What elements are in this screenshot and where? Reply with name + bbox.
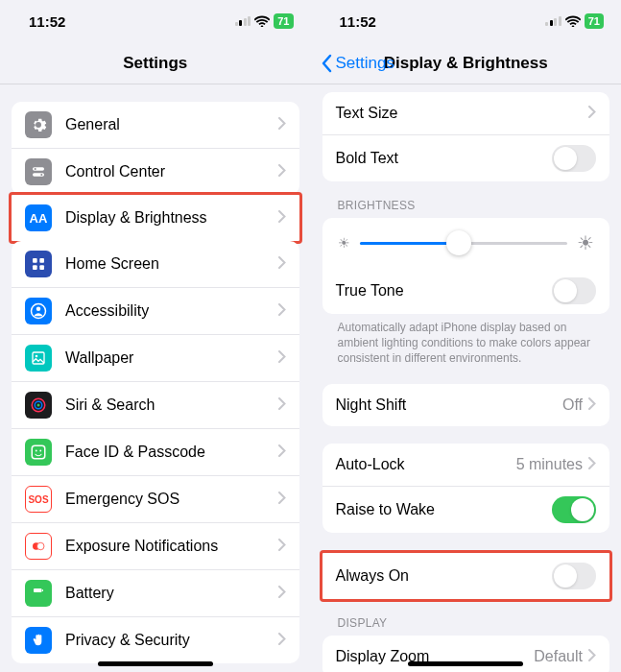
display-brightness-screen: 11:52 71 Settings Display & Brightness T… [311,0,622,672]
back-label: Settings [336,54,394,73]
chevron-right-icon [278,491,286,508]
sos-icon: SOS [25,486,52,513]
settings-row-control-center[interactable]: Control Center [12,148,299,195]
svg-point-14 [37,404,40,407]
aa-icon: AA [25,204,52,231]
brightness-header: Brightness [311,181,622,218]
sun-max-icon: ☀ [577,231,594,254]
sun-min-icon: ☀ [338,235,350,251]
chevron-right-icon [278,632,286,649]
chevron-right-icon [278,396,286,414]
wifi-icon [254,15,270,27]
brightness-slider[interactable] [360,242,568,245]
display-settings-list[interactable]: Text Size Bold Text Brightness ☀ ☀ True … [311,84,622,672]
raise-to-wake-row: Raise to Wake [322,486,610,533]
status-time: 11:52 [17,13,65,30]
nav-bar: Settings Display & Brightness [311,42,622,84]
cellular-signal-icon [235,16,251,26]
true-tone-footer: Automatically adapt iPhone display based… [311,314,622,367]
settings-row-general[interactable]: General [12,102,299,148]
row-label: Privacy & Security [65,632,278,649]
settings-row-emergency-sos[interactable]: SOSEmergency SOS [12,475,299,522]
settings-row-exposure-notifications[interactable]: Exposure Notifications [12,522,299,569]
chevron-right-icon [588,396,596,414]
status-bar: 11:52 71 [0,0,311,42]
chevron-right-icon [278,302,286,320]
chevron-right-icon [278,209,286,227]
auto-lock-row[interactable]: Auto-Lock 5 minutes [322,444,610,486]
siri-icon [25,392,52,419]
svg-point-3 [40,174,42,176]
chevron-right-icon [588,105,596,122]
display-brightness-highlight: AADisplay & Brightness [9,192,302,244]
chevron-right-icon [278,538,286,555]
home-indicator[interactable] [408,661,523,666]
svg-rect-4 [33,258,37,263]
wallpaper-icon [25,345,52,372]
always-on-toggle[interactable] [552,563,596,589]
svg-rect-21 [42,589,43,591]
chevron-right-icon [278,349,286,367]
svg-rect-6 [33,265,37,270]
row-label: Battery [65,585,278,602]
row-label: Display & Brightness [65,209,278,227]
settings-row-siri-search[interactable]: Siri & Search [12,381,299,428]
settings-row-display-brightness[interactable]: AADisplay & Brightness [12,195,299,241]
row-label: Face ID & Passcode [65,444,278,461]
svg-rect-5 [39,258,44,263]
switches-icon [25,158,52,185]
grid-icon [25,251,52,277]
settings-row-wallpaper[interactable]: Wallpaper [12,334,299,381]
bold-text-toggle[interactable] [552,145,596,172]
svg-rect-20 [34,588,42,592]
person-icon [25,298,52,324]
gear-icon [25,111,52,138]
chevron-right-icon [588,648,596,665]
bold-text-row: Bold Text [322,134,610,181]
battery-icon: 71 [274,13,293,29]
status-bar: 11:52 71 [311,0,622,42]
home-indicator[interactable] [98,661,213,666]
settings-row-privacy-security[interactable]: Privacy & Security [12,616,299,663]
svg-point-11 [36,355,38,358]
svg-point-19 [37,542,45,550]
chevron-right-icon [278,444,286,461]
battery-icon: 71 [585,13,604,29]
text-size-row[interactable]: Text Size [322,92,610,134]
row-label: Wallpaper [65,349,278,367]
chevron-right-icon [278,255,286,273]
svg-point-9 [36,307,41,312]
row-label: Exposure Notifications [65,538,278,555]
row-label: General [65,116,278,133]
battery-icon [25,580,52,607]
nav-title: Settings [123,54,187,73]
display-header: Display [311,599,622,636]
settings-row-home-screen[interactable]: Home Screen [12,241,299,287]
svg-rect-15 [32,445,45,459]
row-label: Emergency SOS [65,491,278,508]
night-shift-row[interactable]: Night Shift Off [322,384,610,426]
settings-row-accessibility[interactable]: Accessibility [12,287,299,334]
display-zoom-row[interactable]: Display Zoom Default [322,636,610,672]
chevron-right-icon [588,456,596,473]
always-on-highlight: Always On [320,550,613,602]
chevron-right-icon [278,585,286,602]
row-label: Control Center [65,163,278,180]
settings-list[interactable]: GeneralControl CenterAADisplay & Brightn… [0,84,311,672]
svg-point-2 [35,168,36,170]
back-button[interactable]: Settings [321,54,394,73]
settings-row-battery[interactable]: Battery [12,569,299,616]
brightness-slider-row: ☀ ☀ [322,218,610,268]
settings-row-face-id-passcode[interactable]: Face ID & Passcode [12,428,299,475]
status-time: 11:52 [328,13,376,30]
row-label: Siri & Search [65,396,278,414]
wifi-icon [565,15,581,27]
true-tone-toggle[interactable] [552,277,596,304]
svg-point-16 [36,450,37,452]
raise-to-wake-toggle[interactable] [552,496,596,523]
true-tone-row: True Tone [322,268,610,314]
hand-icon [25,627,52,654]
row-label: Accessibility [65,302,278,320]
row-label: Home Screen [65,255,278,273]
nav-bar: Settings [0,42,311,84]
